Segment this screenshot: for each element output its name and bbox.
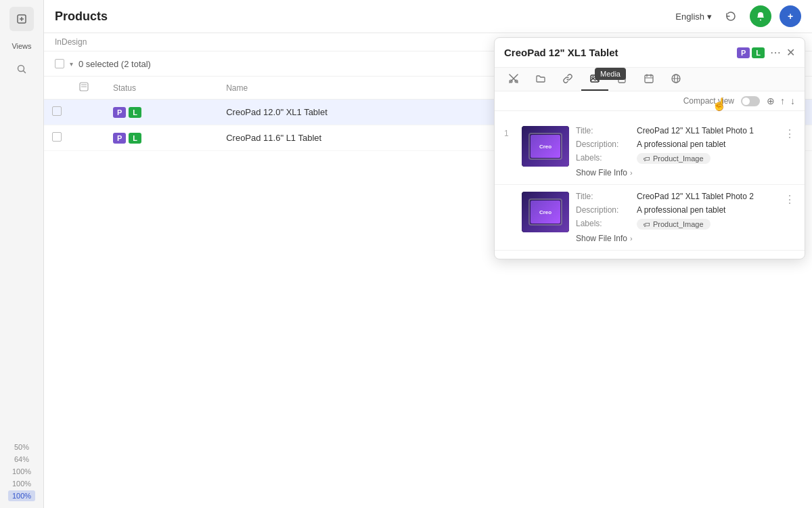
media-labels-row-1: Labels: Product_Image [576, 153, 777, 164]
sidebar: Views 50% 64% 100% 100% 100% [0, 0, 44, 508]
col-name: Name [218, 77, 515, 100]
row-checkbox-2[interactable] [52, 132, 62, 142]
user-avatar[interactable]: + [780, 5, 801, 27]
title-label-2: Title: [576, 192, 637, 201]
desc-label-2: Description: [576, 205, 637, 215]
tab-globe[interactable] [662, 68, 690, 91]
labels-label-1: Labels: [576, 153, 637, 163]
badge-l-1: L [129, 107, 141, 118]
desc-value-2: A professional pen tablet [637, 205, 725, 215]
media-item-more-2[interactable]: ⋮ [784, 192, 795, 206]
svg-rect-17 [645, 75, 653, 83]
show-file-info-label-1: Show File Info [576, 168, 627, 177]
media-tooltip: Media [595, 68, 626, 80]
tab-folder[interactable] [527, 68, 554, 91]
detail-actions: ⋯ ✕ [770, 46, 795, 59]
title-value-2: CreoPad 12" XL1 Tablet Photo 2 [637, 192, 754, 201]
detail-title: CreoPad 12" XL1 Tablet [504, 47, 731, 58]
refresh-icon[interactable] [720, 5, 742, 27]
media-item-number-2 [504, 192, 515, 194]
media-item-number-1: 1 [504, 126, 515, 138]
detail-header: CreoPad 12" XL1 Tablet P L ⋯ ✕ [495, 38, 805, 68]
detail-panel: CreoPad 12" XL1 Tablet P L ⋯ ✕ Media [494, 37, 805, 259]
row-checkbox-1[interactable] [52, 106, 62, 116]
detail-badge-l: L [752, 47, 765, 58]
product-name-1: CreoPad 12.0" XL1 Tablet [218, 100, 515, 125]
toolbar-tabs: Media [495, 68, 805, 91]
add-icon[interactable]: ⊕ [767, 96, 775, 106]
status-badges-1: P L [113, 107, 210, 118]
sidebar-pct-100c[interactable]: 100% [8, 490, 35, 501]
media-labels-row-2: Labels: Product_Image [576, 219, 777, 230]
media-title-row-2: Title: CreoPad 12" XL1 Tablet Photo 2 [576, 192, 777, 201]
media-item-more-1[interactable]: ⋮ [784, 126, 795, 140]
chevron-down-icon: ▾ [707, 12, 712, 22]
desc-label-1: Description: [576, 140, 637, 149]
select-all-checkbox[interactable] [55, 59, 64, 68]
notification-icon[interactable] [750, 5, 771, 27]
media-item-1: 1 Creo Title: CreoPad 12" XL1 Tablet Pho… [495, 119, 805, 185]
download-icon[interactable]: ↓ [790, 96, 795, 106]
tab-calendar[interactable] [635, 68, 662, 91]
media-thumbnail-2: Creo [522, 192, 569, 232]
desc-value-1: A professional pen tablet [637, 140, 725, 149]
sidebar-pct-64[interactable]: 64% [8, 454, 35, 465]
product-name-2: CreoPad 11.6" L1 Tablet [218, 125, 515, 151]
more-options-icon[interactable]: ⋯ [770, 46, 781, 59]
badge-p-1: P [113, 107, 126, 118]
chevron-right-icon-2: › [630, 234, 633, 242]
show-file-info-label-2: Show File Info [576, 234, 627, 243]
title-value-1: CreoPad 12" XL1 Tablet Photo 1 [637, 126, 754, 135]
show-file-info-2[interactable]: Show File Info › [576, 234, 777, 243]
language-selector[interactable]: English ▾ [675, 12, 712, 22]
media-info-2: Title: CreoPad 12" XL1 Tablet Photo 2 De… [576, 192, 777, 243]
search-icon[interactable] [9, 57, 34, 81]
compact-view-label: Compact view [683, 96, 734, 106]
media-desc-row-1: Description: A professional pen tablet [576, 140, 777, 149]
sidebar-views-label: Views [12, 42, 31, 50]
badge-l-2: L [129, 133, 141, 144]
col-status: Status [105, 77, 218, 100]
main-content: Products English ▾ + InDesign [44, 0, 812, 508]
chevron-right-icon-1: › [630, 169, 633, 177]
svg-point-5 [760, 20, 761, 21]
media-item-2: Creo Title: CreoPad 12" XL1 Tablet Photo… [495, 185, 805, 251]
upload-icon[interactable]: ↑ [780, 96, 785, 106]
page-title: Products [55, 9, 108, 24]
topbar-right: English ▾ + [675, 5, 801, 27]
sidebar-new-icon[interactable] [9, 7, 34, 31]
compact-bar: Compact view ⊕ ↑ ↓ [495, 91, 805, 111]
detail-badge-p: P [737, 47, 750, 58]
compact-action-icons: ⊕ ↑ ↓ [767, 96, 795, 106]
media-title-row-1: Title: CreoPad 12" XL1 Tablet Photo 1 [576, 126, 777, 135]
label-tag-2: Product_Image [637, 219, 710, 230]
media-info-1: Title: CreoPad 12" XL1 Tablet Photo 1 De… [576, 126, 777, 177]
sidebar-pct-100b[interactable]: 100% [8, 478, 35, 489]
svg-line-4 [24, 71, 26, 73]
labels-label-2: Labels: [576, 219, 637, 228]
show-file-info-1[interactable]: Show File Info › [576, 168, 777, 177]
media-thumbnail-1: Creo [522, 126, 569, 167]
sidebar-pct-100a[interactable]: 100% [8, 466, 35, 477]
tab-cut[interactable] [500, 68, 527, 91]
dropdown-arrow-icon[interactable]: ▾ [70, 60, 73, 68]
media-desc-row-2: Description: A professional pen tablet [576, 205, 777, 215]
tab-link[interactable] [554, 68, 581, 91]
topbar: Products English ▾ + [44, 0, 812, 33]
close-icon[interactable]: ✕ [786, 46, 795, 59]
sidebar-pct-50[interactable]: 50% [8, 442, 35, 452]
badge-p-2: P [113, 133, 126, 144]
label-tag-1: Product_Image [637, 153, 710, 164]
status-badges-2: P L [113, 133, 210, 144]
compact-toggle[interactable] [741, 96, 760, 106]
title-label-1: Title: [576, 126, 637, 135]
detail-badges: P L [737, 47, 765, 58]
sidebar-percentages: 50% 64% 100% 100% 100% [8, 442, 35, 508]
media-list: 1 Creo Title: CreoPad 12" XL1 Tablet Pho… [495, 111, 805, 259]
